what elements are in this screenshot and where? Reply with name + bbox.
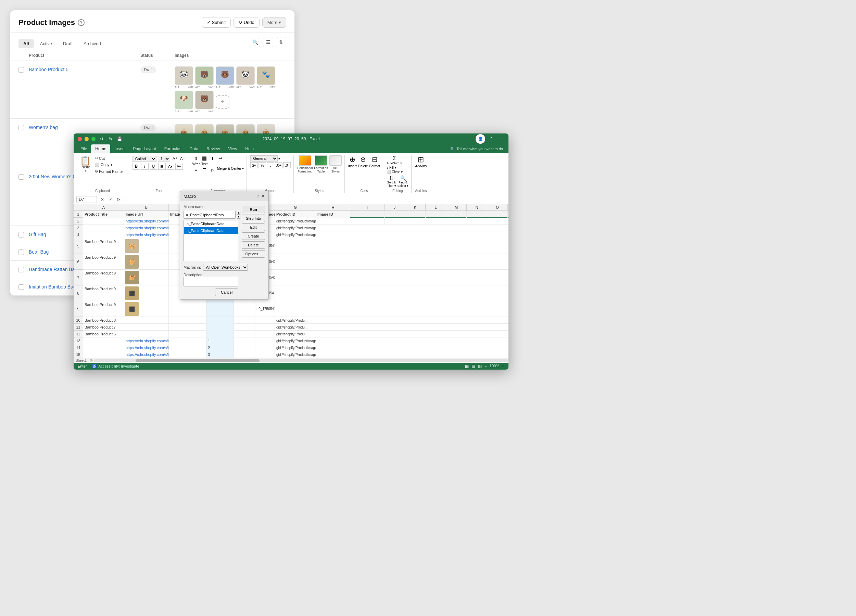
cell-a1[interactable]: Product Title [83, 211, 124, 218]
col-header-m[interactable]: M [446, 204, 467, 210]
cell-a11[interactable]: Bamboo Product 7 [83, 324, 124, 330]
font-family-select[interactable]: Calibri [132, 156, 157, 162]
cell-c12[interactable] [169, 330, 206, 338]
cell-b9[interactable]: ⬛ [124, 301, 169, 316]
cell-h13[interactable] [316, 338, 350, 344]
undo-button[interactable]: ↺ Undo [234, 17, 260, 28]
format-painter-button[interactable]: ⊘Format Painter [93, 168, 126, 174]
align-right-button[interactable]: ▷ [209, 167, 216, 173]
row-checkbox[interactable] [18, 232, 24, 238]
find-select-button[interactable]: 🔍 Find &Select ▾ [397, 175, 409, 187]
cell-d11[interactable] [206, 324, 234, 330]
col-header-o[interactable]: O [487, 204, 508, 210]
insert-function-icon[interactable]: fx [115, 196, 122, 203]
view-tab[interactable]: View [224, 144, 242, 153]
cell-f14[interactable] [254, 344, 275, 351]
cell-c14[interactable] [169, 344, 206, 351]
sheet-tab[interactable]: Sheet1 [74, 359, 88, 363]
dialog-help-icon[interactable]: ? [257, 194, 259, 198]
help-icon[interactable]: ? [78, 19, 85, 26]
clear-button[interactable]: ⬜ Clear ▾ [386, 170, 402, 174]
step-into-button[interactable]: Step Into [242, 215, 265, 222]
decrease-font-button[interactable]: A⁻ [179, 155, 186, 162]
cell-g5[interactable] [275, 238, 316, 253]
insert-cells-button[interactable]: ⊕ Insert [348, 155, 357, 168]
minimize-button[interactable] [85, 137, 89, 141]
product-link-giftbag[interactable]: Gift Bag [29, 232, 46, 237]
addins-button[interactable]: ⊞ Add-ins [415, 155, 426, 168]
cell-a15[interactable] [83, 351, 124, 358]
cell-g7[interactable] [275, 270, 316, 285]
row-header-15[interactable]: 15 [74, 351, 83, 358]
cell-f12[interactable] [254, 330, 275, 338]
align-top-button[interactable]: ⬆ [192, 155, 200, 161]
cell-b8[interactable]: ⬛ [124, 286, 169, 301]
tab-active[interactable]: Active [35, 39, 57, 48]
zoom-out-icon[interactable]: − [485, 364, 487, 369]
cell-h5[interactable] [316, 238, 350, 253]
cell-b12[interactable] [124, 330, 169, 338]
cell-d9[interactable] [206, 301, 234, 316]
cell-f13[interactable] [254, 338, 275, 344]
format-as-table-button[interactable]: Format asTable [314, 155, 328, 173]
dialog-close-button[interactable]: ✕ [261, 194, 265, 199]
cell-c13[interactable] [169, 338, 206, 344]
wrap-text-button[interactable]: ↵ [217, 155, 225, 161]
sort-icon[interactable]: ⇅ [276, 37, 286, 47]
zoom-in-icon[interactable]: + [502, 364, 504, 369]
search-icon[interactable]: 🔍 [250, 37, 260, 47]
edit-button[interactable]: Edit [242, 223, 265, 231]
cell-b6[interactable]: 🧺 [124, 254, 169, 269]
product-link-bearbag[interactable]: Bear Bag [29, 249, 49, 255]
cell-g2[interactable]: gid://shopify/ProductImage/3579132398810… [275, 218, 316, 224]
cancel-formula-icon[interactable]: ✕ [99, 196, 106, 203]
row-header-3[interactable]: 3 [74, 224, 83, 231]
col-header-l[interactable]: L [426, 204, 446, 210]
cell-d13[interactable]: 1 [206, 338, 234, 344]
data-tab[interactable]: Data [186, 144, 202, 153]
border-button[interactable]: ⊞ [158, 163, 166, 170]
row-header-14[interactable]: 14 [74, 344, 83, 351]
cell-b7[interactable]: 🧺 [124, 270, 169, 285]
row-checkbox[interactable] [18, 249, 24, 255]
cell-f10[interactable] [254, 317, 275, 324]
cell-h1[interactable]: Image ID [316, 211, 350, 218]
more-button[interactable]: More ▾ [262, 17, 286, 28]
cell-k1[interactable] [405, 211, 426, 218]
cell-i2[interactable] [350, 218, 385, 224]
product-link-bamboo5[interactable]: Bamboo Product 5 [29, 67, 68, 72]
cell-a8[interactable]: Bamboo Product 9 [83, 286, 124, 301]
row-checkbox[interactable] [18, 284, 24, 290]
cell-g4[interactable]: gid://shopify/ProductImage/3579132385703… [275, 231, 316, 238]
merge-center-button[interactable]: Merge & Center ▾ [217, 167, 244, 173]
fill-button[interactable]: ↓ Fill ▾ [386, 166, 396, 169]
col-header-h[interactable]: H [316, 204, 350, 210]
col-header-i[interactable]: I [350, 204, 385, 210]
currency-button[interactable]: $▾ [250, 162, 258, 168]
align-middle-button[interactable]: ⬛ [201, 155, 208, 161]
number-format-select[interactable]: General [250, 155, 278, 161]
row-header-13[interactable]: 13 [74, 338, 83, 344]
cell-a12[interactable]: Bamboo Product 6 [83, 330, 124, 338]
cell-c15[interactable] [169, 351, 206, 358]
row-header-11[interactable]: 11 [74, 324, 83, 330]
cell-styles-button[interactable]: CellStyles [329, 155, 342, 173]
insert-tab[interactable]: Insert [110, 144, 129, 153]
cell-a13[interactable] [83, 338, 124, 344]
comma-button[interactable]: , [267, 162, 274, 168]
cell-a14[interactable] [83, 344, 124, 351]
col-header-a[interactable]: A [83, 204, 124, 210]
wrap-text-label[interactable]: Wrap Text [192, 162, 208, 166]
row-header-7[interactable]: 7 [74, 270, 83, 286]
percent-button[interactable]: % [259, 162, 266, 168]
product-link-bamboobag[interactable]: Imitation Bamboo Bag [29, 284, 76, 290]
product-link-rattanbag[interactable]: Handmade Rattan Bag [29, 267, 77, 272]
cell-h2[interactable] [316, 218, 350, 224]
cell-d12[interactable] [206, 330, 234, 338]
cell-c10[interactable] [169, 317, 206, 324]
macro-name-up[interactable]: ▲ [237, 211, 240, 215]
cell-a3[interactable] [83, 224, 124, 231]
cell-d14[interactable]: 2 [206, 344, 234, 351]
tab-draft[interactable]: Draft [58, 39, 77, 48]
cell-e11[interactable] [234, 324, 254, 330]
